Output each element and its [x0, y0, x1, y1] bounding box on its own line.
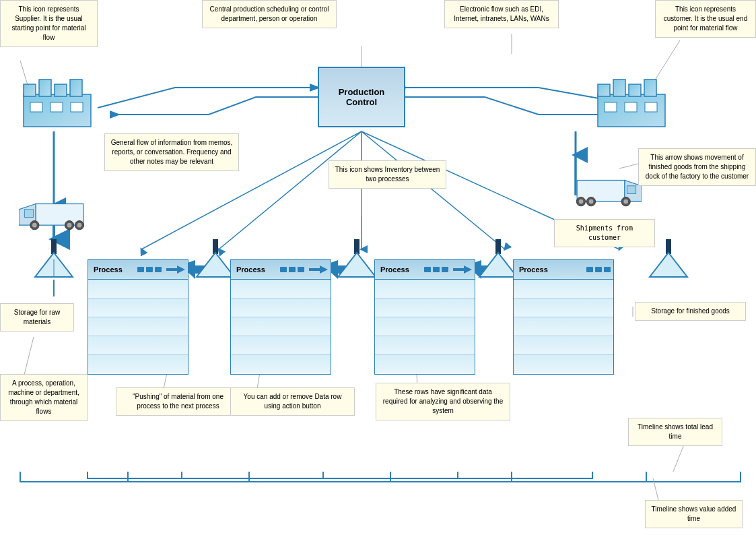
production-control-label: Production Control: [339, 87, 385, 107]
process-row-4-4: [514, 336, 613, 355]
supplier-factory: [20, 74, 94, 129]
callout-data-row-text: You can add or remove Data row using act…: [244, 393, 342, 410]
callout-info-text: General flow of information from memos, …: [111, 139, 233, 165]
supplier-truck: [19, 199, 86, 234]
process-header-4: Process: [513, 259, 614, 280]
callout-electronic-text: Electronic flow such as EDI, Internet, i…: [454, 5, 549, 22]
process-row-2-1: [231, 280, 331, 298]
callout-movement: This arrow shows movement of finished go…: [638, 148, 756, 186]
callout-movement-text: This arrow shows movement of finished go…: [646, 154, 749, 180]
process-row-2-4: [231, 336, 331, 355]
customer-truck: [574, 175, 642, 210]
svg-rect-57: [627, 186, 635, 194]
svg-rect-34: [70, 80, 82, 96]
callout-shipments-text: Shipments from customer: [576, 224, 633, 241]
customer-factory: [594, 74, 668, 129]
process-row-1-3: [88, 317, 188, 336]
process-row-3-2: [375, 298, 475, 317]
svg-rect-41: [629, 84, 641, 96]
svg-rect-37: [71, 102, 83, 112]
process-row-4-3: [514, 317, 613, 336]
process-row-2-5: [231, 355, 331, 374]
svg-rect-32: [39, 80, 51, 96]
callout-storage-finished: Storage for finished goods: [635, 302, 746, 321]
process-box-4: Process: [513, 259, 614, 375]
svg-rect-40: [613, 80, 625, 96]
process-box-1: Process: [88, 259, 188, 375]
svg-point-59: [623, 199, 628, 204]
process-row-3-3: [375, 317, 475, 336]
callout-shipments: Shipments from customer: [554, 219, 655, 247]
process-row-1-1: [88, 280, 188, 298]
svg-marker-75: [166, 265, 185, 274]
process-row-3-5: [375, 355, 475, 374]
svg-marker-74: [650, 253, 687, 277]
svg-line-5: [362, 131, 505, 249]
callout-prod-control: Central production scheduling or control…: [202, 0, 337, 28]
callout-timeline-lead: Timeline shows total lead time: [628, 418, 722, 446]
svg-marker-68: [197, 253, 234, 277]
inventory-triangle-1: [195, 239, 236, 280]
process-header-2: Process: [230, 259, 331, 280]
callout-storage-finished-text: Storage for finished goods: [651, 307, 730, 315]
svg-point-50: [32, 223, 37, 228]
svg-rect-45: [645, 102, 657, 112]
svg-rect-44: [625, 102, 637, 112]
svg-rect-42: [644, 80, 656, 96]
process-row-2-3: [231, 317, 331, 336]
svg-rect-35: [30, 102, 42, 112]
svg-line-3: [219, 131, 362, 249]
callout-inventory: This icon shows Inventory between two pr…: [329, 160, 446, 189]
callout-electronic: Electronic flow such as EDI, Internet, i…: [444, 0, 559, 28]
callout-storage-raw-text: Storage for raw materials: [14, 309, 60, 325]
inventory-triangle-left: [34, 239, 74, 280]
process-row-1-5: [88, 355, 188, 374]
process-row-4-1: [514, 280, 613, 298]
callout-process-text: A process, operation, machine or departm…: [8, 379, 79, 415]
process-header-3: Process: [374, 259, 475, 280]
callout-push: "Pushing" of material from one process t…: [116, 387, 240, 416]
process-row-3-1: [375, 280, 475, 298]
svg-rect-36: [50, 102, 63, 112]
process-box-2: Process: [230, 259, 331, 375]
inventory-triangle-3: [478, 239, 518, 280]
callout-timeline-value: Timeline shows value added time: [645, 500, 743, 528]
callout-inventory-text: This icon shows Inventory between two pr…: [335, 166, 440, 183]
svg-point-63: [579, 199, 584, 204]
process-row-1-4: [88, 336, 188, 355]
inventory-triangle-2: [337, 239, 377, 280]
svg-point-61: [589, 199, 594, 204]
svg-rect-31: [24, 84, 36, 96]
svg-marker-76: [309, 265, 328, 274]
callout-supplier: This icon represents Supplier. It is the…: [0, 0, 98, 47]
svg-rect-43: [605, 102, 617, 112]
svg-marker-72: [479, 253, 517, 277]
svg-marker-70: [338, 253, 376, 277]
callout-data-row: You can add or remove Data row using act…: [230, 387, 355, 416]
callout-significant: These rows have significant data require…: [376, 383, 510, 420]
callout-timeline-lead-text: Timeline shows total lead time: [638, 423, 713, 440]
svg-point-54: [77, 223, 82, 228]
process-header-1: Process: [88, 259, 188, 280]
process-box-3: Process: [374, 259, 475, 375]
callout-prod-text: Central production scheduling or control…: [210, 5, 329, 22]
process-row-4-5: [514, 355, 613, 374]
svg-marker-77: [453, 265, 472, 274]
callout-process-desc: A process, operation, machine or departm…: [0, 374, 88, 421]
production-control-box: Production Control: [318, 67, 405, 127]
callout-timeline-value-text: Timeline shows value added time: [652, 505, 736, 522]
svg-point-52: [67, 223, 72, 228]
callout-customer-text: This icon represents customer. It is the…: [664, 5, 748, 32]
callout-supplier-text: This icon represents Supplier. It is the…: [11, 5, 85, 41]
process-row-4-2: [514, 298, 613, 317]
process-row-1-2: [88, 298, 188, 317]
callout-storage-raw: Storage for raw materials: [0, 303, 74, 332]
process-row-2-2: [231, 298, 331, 317]
callout-customer: This icon represents customer. It is the…: [655, 0, 756, 38]
svg-rect-48: [24, 210, 33, 218]
process-row-3-4: [375, 336, 475, 355]
svg-rect-33: [55, 84, 67, 96]
callout-info-flow: General flow of information from memos, …: [104, 133, 239, 171]
callout-significant-text: These rows have significant data require…: [383, 388, 503, 414]
svg-rect-39: [598, 84, 610, 96]
